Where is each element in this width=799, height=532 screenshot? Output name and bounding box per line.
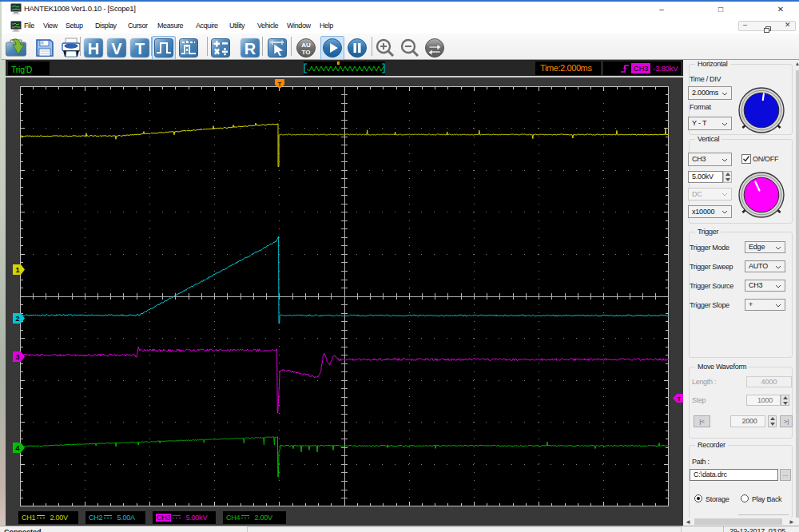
svg-text:V: V [111, 40, 122, 58]
svg-text:CH3: CH3 [634, 64, 648, 73]
svg-text:T: T [678, 395, 682, 403]
svg-text:T: T [278, 81, 282, 88]
svg-text:AU: AU [301, 42, 311, 49]
svg-text:R: R [244, 40, 256, 58]
svg-text:4: 4 [15, 444, 19, 452]
svg-text:1: 1 [15, 266, 19, 274]
svg-text:TO: TO [302, 49, 311, 56]
svg-text:-3.80kV: -3.80kV [653, 64, 678, 73]
svg-text:T: T [135, 40, 145, 58]
svg-text:H: H [88, 40, 99, 58]
svg-text:2: 2 [15, 315, 19, 323]
svg-text:3: 3 [15, 353, 19, 361]
